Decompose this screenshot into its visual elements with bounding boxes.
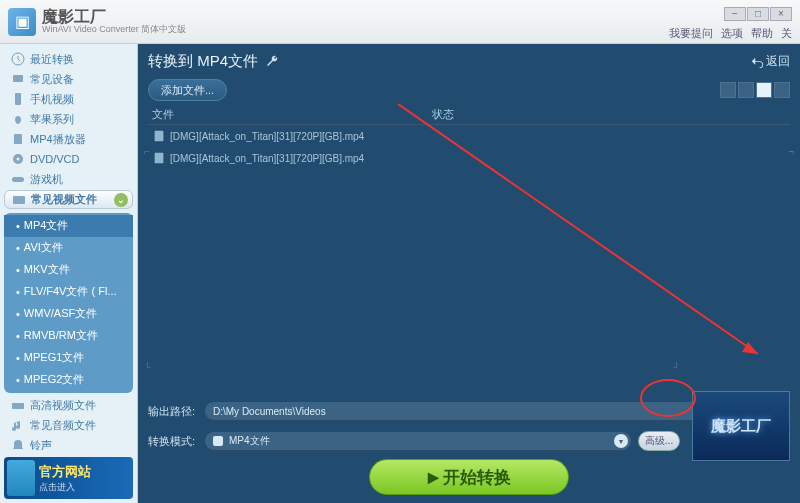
ring-icon [10, 438, 26, 454]
link-ask[interactable]: 我要提问 [669, 26, 713, 41]
svg-rect-7 [13, 196, 25, 204]
view-thumb-button[interactable] [774, 82, 790, 98]
video-icon [11, 192, 27, 208]
sidebar-item-ringtone[interactable]: 铃声 [4, 437, 133, 455]
svg-rect-3 [14, 134, 22, 144]
svg-rect-2 [15, 93, 21, 105]
app-title: 魔影工厂 [42, 9, 186, 25]
sidebar-item-devices[interactable]: 常见设备 [4, 70, 133, 88]
file-list: [DMG][Attack_on_Titan][31][720P][GB].mp4… [148, 125, 790, 399]
clock-icon [10, 51, 26, 67]
promo-banner[interactable]: 官方网站 点击进入 [4, 457, 133, 499]
promo-sub: 点击进入 [39, 481, 91, 494]
sub-item-avi[interactable]: AVI文件 [4, 237, 133, 259]
sidebar-item-mp4player[interactable]: MP4播放器 [4, 130, 133, 148]
disc-icon [10, 151, 26, 167]
view-mode-toggle [720, 82, 790, 98]
view-list-button[interactable] [720, 82, 736, 98]
advanced-button[interactable]: 高级... [638, 431, 680, 451]
promo-icon [7, 460, 35, 496]
add-file-button[interactable]: 添加文件... [148, 79, 227, 101]
sidebar-item-phone[interactable]: 手机视频 [4, 90, 133, 108]
start-convert-button[interactable]: 开始转换 [369, 459, 569, 495]
svg-rect-1 [13, 75, 23, 82]
preview-pane: 魔影工厂 [692, 391, 790, 461]
sub-item-mpeg2[interactable]: MPEG2文件 [4, 369, 133, 391]
col-file: 文件 [152, 107, 432, 122]
mode-label: 转换模式: [148, 434, 204, 449]
view-detail-button[interactable] [756, 82, 772, 98]
sub-item-rmvb[interactable]: RMVB/RM文件 [4, 325, 133, 347]
file-row[interactable]: [DMG][Attack_on_Titan][31][720P][GB].mp4 [148, 147, 790, 169]
mp4-icon [10, 131, 26, 147]
mode-select[interactable]: MP4文件▾ [204, 431, 632, 451]
output-path-field[interactable]: D:\My Documents\Videos [204, 401, 742, 421]
svg-rect-10 [155, 153, 164, 164]
svg-point-5 [17, 158, 20, 161]
file-icon [152, 129, 166, 143]
back-button[interactable]: 返回 [750, 53, 790, 70]
sidebar-submenu: MP4文件 AVI文件 MKV文件 FLV/F4V文件 ( Fl... WMV/… [4, 213, 133, 393]
sidebar-item-apple[interactable]: 苹果系列 [4, 110, 133, 128]
page-title: 转换到 MP4文件 [148, 52, 258, 71]
file-icon [152, 151, 166, 165]
link-help[interactable]: 帮助 [751, 26, 773, 41]
game-icon [10, 171, 26, 187]
svg-rect-8 [12, 403, 24, 409]
sub-item-mp4[interactable]: MP4文件 [4, 215, 133, 237]
sub-item-mkv[interactable]: MKV文件 [4, 259, 133, 281]
sub-item-wmv[interactable]: WMV/ASF文件 [4, 303, 133, 325]
chevron-down-icon: ▾ [614, 434, 628, 448]
apple-icon [10, 111, 26, 127]
link-options[interactable]: 选项 [721, 26, 743, 41]
svg-rect-9 [155, 131, 164, 142]
chevron-down-icon: ⌄ [114, 193, 128, 207]
hd-icon [10, 398, 26, 414]
header-links: 我要提问 选项 帮助 关 [669, 26, 792, 41]
return-icon [750, 55, 764, 69]
sub-item-flv[interactable]: FLV/F4V文件 ( Fl... [4, 281, 133, 303]
title-bar: ▣ 魔影工厂 WinAVI Video Converter 简体中文版 − □ … [0, 0, 800, 44]
sidebar-item-hd[interactable]: 高清视频文件 [4, 397, 133, 415]
column-headers: 文件 状态 [148, 105, 790, 125]
col-status: 状态 [432, 107, 454, 122]
sub-item-mpeg1[interactable]: MPEG1文件 [4, 347, 133, 369]
sidebar-item-audio[interactable]: 常见音频文件 [4, 417, 133, 435]
close-button[interactable]: × [770, 7, 792, 21]
device-icon [10, 71, 26, 87]
view-grid-button[interactable] [738, 82, 754, 98]
audio-icon [10, 418, 26, 434]
sidebar-item-common-video[interactable]: 常见视频文件⌄ [4, 190, 133, 209]
sidebar-item-dvd[interactable]: DVD/VCD [4, 150, 133, 168]
link-about[interactable]: 关 [781, 26, 792, 41]
app-subtitle: WinAVI Video Converter 简体中文版 [42, 25, 186, 34]
output-path-label: 输出路径: [148, 404, 204, 419]
file-row[interactable]: [DMG][Attack_on_Titan][31][720P][GB].mp4 [148, 125, 790, 147]
main-panel: 转换到 MP4文件 返回 添加文件... 文件 状态 [DMG][Attack_… [138, 44, 800, 503]
svg-rect-6 [12, 177, 24, 182]
sidebar-item-recent[interactable]: 最近转换 [4, 50, 133, 68]
sidebar-item-game[interactable]: 游戏机 [4, 170, 133, 188]
maximize-button[interactable]: □ [747, 7, 769, 21]
phone-icon [10, 91, 26, 107]
promo-title: 官方网站 [39, 463, 91, 481]
minimize-button[interactable]: − [724, 7, 746, 21]
sidebar: 最近转换 常见设备 手机视频 苹果系列 MP4播放器 DVD/VCD 游戏机 常… [0, 44, 138, 503]
wrench-icon[interactable] [264, 54, 280, 70]
app-logo-icon: ▣ [8, 8, 36, 36]
